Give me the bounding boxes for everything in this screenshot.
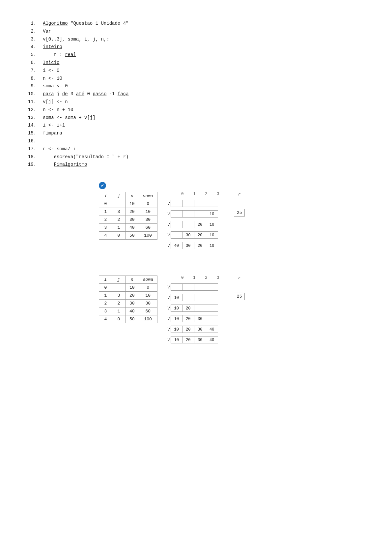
table-row: 0 10 0 [99, 284, 157, 292]
col-header-soma: soma [139, 276, 157, 284]
code-line-9: 9. soma <- 0 [26, 82, 366, 90]
r-value-2: 25 [234, 293, 245, 300]
table-row: 2 2 30 30 [99, 300, 157, 307]
line-content: i <- i+1 [43, 122, 366, 130]
r-box-2: r 25 [234, 276, 245, 300]
r-box-1: r 25 [234, 192, 245, 217]
line-number: 19. [26, 161, 36, 169]
line-content [43, 137, 366, 145]
code-line-3: 3. v[0..3], soma, i, j, n,: [26, 36, 366, 44]
trace-table-2: i j n soma 0 10 0 1 3 [99, 276, 157, 323]
line-number: 18. [26, 153, 36, 161]
r-value-1: 25 [234, 209, 245, 217]
col-header-i: i [99, 276, 112, 284]
table-row: 3 1 40 60 [99, 224, 157, 232]
line-content: Fimalgoritmo [43, 161, 366, 169]
line-content: Inicio [43, 59, 366, 67]
line-content: n <- 10 [43, 75, 366, 83]
line-content: para j de 3 até 0 passo -1 faça [43, 90, 366, 98]
line-number: 6. [26, 59, 36, 67]
code-line-5: 5. r : real [26, 51, 366, 59]
col-header-n: n [126, 276, 139, 284]
col-header-j: j [112, 192, 126, 200]
line-content: inteiro [43, 43, 366, 51]
checkmark-1: ✔ [99, 182, 366, 189]
table-row: 4 0 50 100 [99, 232, 157, 240]
line-content: Algoritmo "Questao 1 Unidade 4" [43, 20, 366, 28]
line-number: 17. [26, 145, 36, 153]
table-row: 1 3 20 10 [99, 208, 157, 216]
table-row: 0 10 0 [99, 200, 157, 208]
line-content: n <- n + 10 [43, 106, 366, 114]
vector-section-1: 0 1 2 3 V V [167, 192, 224, 249]
col-header-j: j [112, 276, 126, 284]
r-label: r [238, 192, 241, 197]
code-line-4: 4. inteiro [26, 43, 366, 51]
code-line-1: 1. Algoritmo "Questao 1 Unidade 4" [26, 20, 366, 28]
line-number: 14. [26, 122, 36, 130]
vector-row: V 10 [167, 294, 224, 301]
table-row: 3 1 40 60 [99, 307, 157, 315]
code-line-8: 8. n <- 10 [26, 75, 366, 83]
line-number: 15. [26, 130, 36, 137]
code-line-12: 12. n <- n + 10 [26, 106, 366, 114]
code-line-18: 18. escreva("resultado = " + r) [26, 153, 366, 161]
code-line-14: 14. i <- i+1 [26, 122, 366, 130]
code-line-16: 16. [26, 137, 366, 145]
vector-row: V 40 30 20 10 [167, 242, 224, 249]
vector-row: V 10 20 30 40 [167, 326, 224, 333]
line-content: r : real [43, 51, 366, 59]
line-number: 11. [26, 98, 36, 106]
code-line-13: 13. soma <- soma + v[j] [26, 114, 366, 122]
line-number: 5. [26, 51, 36, 59]
line-number: 9. [26, 82, 36, 90]
line-content: i <- 0 [43, 67, 366, 75]
algorithm-code: 1. Algoritmo "Questao 1 Unidade 4" 2. Va… [26, 20, 366, 169]
code-line-6: 6. Inicio [26, 59, 366, 67]
col-header-i: i [99, 192, 112, 200]
table-row: 2 2 30 30 [99, 216, 157, 224]
line-content: Var [43, 28, 366, 36]
line-number: 16. [26, 137, 36, 145]
code-line-11: 11. v[j] <- n [26, 98, 366, 106]
table-row: 1 3 20 10 [99, 292, 157, 300]
vector-row: V 30 20 10 [167, 231, 224, 239]
table-row: 4 0 50 100 [99, 315, 157, 323]
line-number: 13. [26, 114, 36, 122]
code-line-2: 2. Var [26, 28, 366, 36]
line-content: soma <- soma + v[j] [43, 114, 366, 122]
code-line-10: 10. para j de 3 até 0 passo -1 faça [26, 90, 366, 98]
line-number: 10. [26, 90, 36, 98]
line-number: 2. [26, 28, 36, 36]
vector-row: V 10 20 [167, 305, 224, 312]
vector-index-header: 0 1 2 3 [167, 192, 224, 196]
vector-section-2: 0 1 2 3 V V 10 [167, 276, 224, 343]
line-content: soma <- 0 [43, 82, 366, 90]
code-line-15: 15. fimpara [26, 130, 366, 137]
vector-row: V 10 20 30 [167, 315, 224, 322]
r-label: r [238, 276, 241, 280]
line-content: fimpara [43, 130, 366, 137]
col-header-n: n [126, 192, 139, 200]
vector-row: V [167, 200, 224, 207]
code-line-7: 7. i <- 0 [26, 67, 366, 75]
vector-row: V 10 20 30 40 [167, 336, 224, 343]
table-group-1: i j n soma 0 10 0 1 3 [99, 192, 366, 249]
line-content: r <- soma/ i [43, 145, 366, 153]
vector-index-header: 0 1 2 3 [167, 276, 224, 280]
line-number: 1. [26, 20, 36, 28]
line-number: 7. [26, 67, 36, 75]
vector-row: V 20 10 [167, 221, 224, 228]
line-number: 3. [26, 36, 36, 44]
table-group-2: i j n soma 0 10 0 1 3 [99, 276, 366, 343]
trace-table-1: i j n soma 0 10 0 1 3 [99, 192, 157, 240]
line-number: 12. [26, 106, 36, 114]
vector-row: V [167, 283, 224, 291]
code-line-17: 17. r <- soma/ i [26, 145, 366, 153]
code-line-19: 19. Fimalgoritmo [26, 161, 366, 169]
line-content: v[j] <- n [43, 98, 366, 106]
line-number: 8. [26, 75, 36, 83]
line-content: escreva("resultado = " + r) [43, 153, 366, 161]
trace-tables-section: ✔ i j n soma 0 10 [26, 182, 366, 343]
line-content: v[0..3], soma, i, j, n,: [43, 36, 366, 44]
